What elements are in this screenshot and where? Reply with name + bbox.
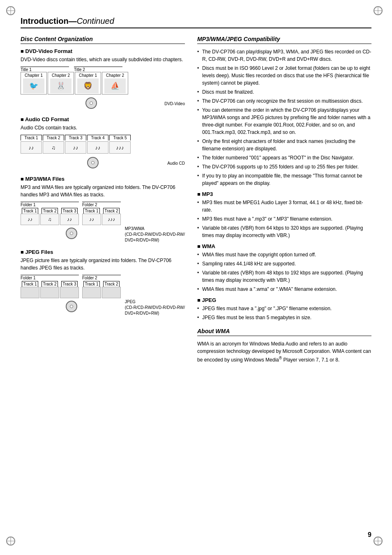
general-bullet-2: Discs must be finalized. bbox=[197, 88, 371, 96]
jpeg-bullets: JPEG files must have a ".jpg" or ".JPG" … bbox=[197, 305, 371, 321]
general-bullet-5: Only the first eight characters of folde… bbox=[197, 138, 371, 152]
mp3-folder1-label: Folder 1 bbox=[21, 202, 79, 207]
track4-box: ♪♪ bbox=[87, 141, 108, 154]
audio-cd-body: Audio CDs contain tracks. bbox=[21, 124, 185, 131]
disc-content-section-title: Disc Content Organization bbox=[21, 36, 185, 44]
corner-mark-tr bbox=[374, 6, 386, 18]
general-bullet-1: Discs must be in ISO 9660 Level 2 or Jol… bbox=[197, 64, 371, 87]
mp3-wma-files-body: MP3 and WMA files are typically organize… bbox=[21, 184, 185, 198]
track1-header: Track 1 bbox=[21, 135, 42, 140]
track2-header: Track 2 bbox=[43, 135, 64, 140]
jpeg-folder2-label: Folder 2 bbox=[82, 275, 121, 280]
left-column: Disc Content Organization DVD-Video Form… bbox=[21, 36, 185, 367]
page-header: Introduction—Continued bbox=[21, 16, 371, 28]
dvd-disc-label: DVD-Video bbox=[164, 101, 185, 106]
wma-bullets: WMA files must have the copyright option… bbox=[197, 251, 371, 293]
jpeg-disc-label: JPEG(CD-R/CD-RW/DVD-R/DVD-RW/DVD+R/DVD+R… bbox=[125, 299, 185, 316]
dvd-format-body: DVD-Video discs contain titles, which ar… bbox=[21, 56, 185, 63]
jpeg-files-body: JPEG picture files are typically organiz… bbox=[21, 257, 185, 272]
mp3-compat-section-title: MP3/WMA/JPEG Compatibility bbox=[197, 36, 371, 44]
ch1-t2: Chapter 1 🦁 bbox=[75, 72, 101, 94]
page-container: Introduction—Continued Disc Content Orga… bbox=[0, 0, 392, 555]
page-title: Introduction—Continued bbox=[21, 16, 371, 26]
ch2-t1: Chapter 2 🐰 bbox=[48, 72, 74, 94]
audio-cd-disc-icon bbox=[87, 157, 99, 168]
page-number: 9 bbox=[368, 531, 371, 539]
about-wma-section: About WMA WMA is an acronym for Windows … bbox=[197, 328, 371, 364]
audio-cd-title: Audio CD Format bbox=[21, 116, 185, 122]
about-wma-title: About WMA bbox=[197, 328, 371, 336]
track4-header: Track 4 bbox=[87, 135, 108, 140]
mp3-bullets: MP3 files must be MPEG1 Audio Layer 3 fo… bbox=[197, 199, 371, 239]
jpeg-bullet-1: JPEG files must be less than 5 megabytes… bbox=[197, 314, 371, 321]
wma-bullet-2: Variable bit-rates (VBR) from 48 kbps to… bbox=[197, 269, 371, 284]
dvd-diagram: Title 1 Title 2 Chapter 1 🐦 bbox=[21, 67, 185, 111]
wma-subtitle: WMA bbox=[197, 243, 371, 249]
corner-mark-tl bbox=[6, 6, 18, 18]
track5-header: Track 5 bbox=[109, 135, 131, 140]
mp3-subtitle: MP3 bbox=[197, 191, 371, 197]
wma-bullet-0: WMA files must have the copyright option… bbox=[197, 251, 371, 258]
about-wma-body: WMA is an acronym for Windows Media Audi… bbox=[197, 340, 371, 364]
general-bullet-4: You can determine the order in which the… bbox=[197, 106, 371, 136]
jpeg-diagram: Folder 1 Track 1 Track 2 bbox=[21, 275, 185, 316]
right-column: MP3/WMA/JPEG Compatibility The DV-CP706 … bbox=[197, 36, 371, 367]
audio-cd-disc-label: Audio CD bbox=[167, 161, 185, 166]
title2-label: Title 2 bbox=[74, 67, 122, 72]
mp3-wma-diagram: Folder 1 Track 1 ♪♪ Track 2 ♫ bbox=[21, 202, 185, 243]
jpeg-subtitle: JPEG bbox=[197, 297, 371, 303]
mp3-disc-label: MP3/WMA(CD-R/CD-RW/DVD-R/DVD-RW/DVD+R/DV… bbox=[125, 226, 185, 243]
corner-mark-br bbox=[374, 537, 386, 549]
track5-box: ♪♪♪ bbox=[109, 141, 131, 154]
track1-box: ♪♪ bbox=[21, 141, 42, 154]
ch1-t1: Chapter 1 🐦 bbox=[21, 72, 47, 94]
jpeg-files-title: JPEG Files bbox=[21, 249, 185, 255]
mp3-bullet-0: MP3 files must be MPEG1 Audio Layer 3 fo… bbox=[197, 199, 371, 214]
mp3-disc-icon bbox=[66, 228, 77, 239]
wma-bullet-1: Sampling rates 44.1/48 kHz are supported… bbox=[197, 260, 371, 267]
dvd-format-title: DVD-Video Format bbox=[21, 48, 185, 54]
main-content: Disc Content Organization DVD-Video Form… bbox=[21, 36, 371, 367]
dvd-disc-icon bbox=[85, 97, 97, 109]
track2-box: ♫ bbox=[43, 141, 64, 154]
general-bullets: The DV-CP706 can play/display MP3, WMA, … bbox=[197, 48, 371, 187]
track3-box: ♪♪ bbox=[65, 141, 86, 154]
wma-bullet-3: WMA files must have a ".wma" or ".WMA" f… bbox=[197, 286, 371, 293]
general-bullet-6: The folder numbered "001" appears as "RO… bbox=[197, 154, 371, 161]
title1-label: Title 1 bbox=[21, 67, 69, 72]
general-bullet-8: If you try to play an incompatible file,… bbox=[197, 172, 371, 187]
general-bullet-3: The DV-CP706 can only recognize the firs… bbox=[197, 97, 371, 105]
audio-cd-diagram: Track 1 Track 2 Track 3 Track 4 Track 5 … bbox=[21, 135, 185, 170]
general-bullet-0: The DV-CP706 can play/display MP3, WMA, … bbox=[197, 48, 371, 63]
track3-header: Track 3 bbox=[65, 135, 86, 140]
general-bullet-7: The DV-CP706 supports up to 255 folders … bbox=[197, 163, 371, 170]
jpeg-disc-icon bbox=[66, 301, 77, 312]
jpeg-folder1-label: Folder 1 bbox=[21, 275, 79, 280]
mp3-bullet-2: Variable bit-rates (VBR) from 64 kbps to… bbox=[197, 224, 371, 239]
mp3-wma-files-title: MP3/WMA Files bbox=[21, 176, 185, 182]
mp3-folder2-label: Folder 2 bbox=[82, 202, 121, 207]
corner-mark-bl bbox=[6, 537, 18, 549]
mp3-bullet-1: MP3 files must have a ".mp3" or ".MP3" f… bbox=[197, 215, 371, 223]
ch2-t2: Chapter 2 ⛵ bbox=[102, 72, 128, 94]
jpeg-bullet-0: JPEG files must have a ".jpg" or ".JPG" … bbox=[197, 305, 371, 312]
